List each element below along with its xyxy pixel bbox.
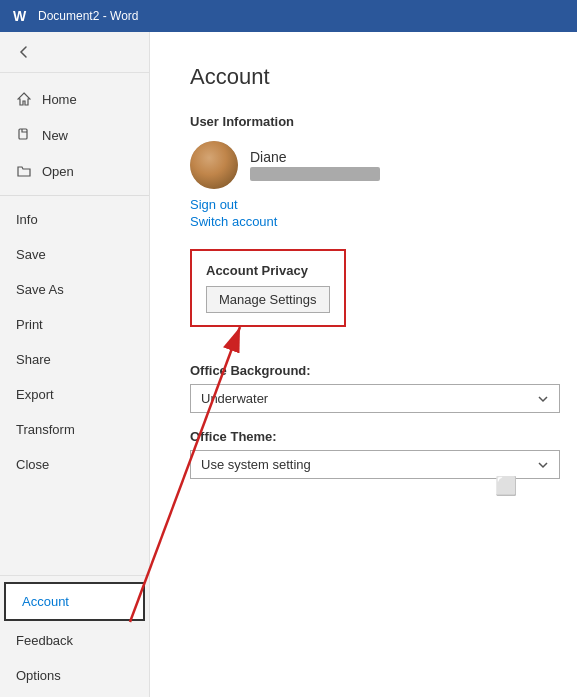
privacy-title: Account Privacy <box>206 263 330 278</box>
titlebar-title: Document2 - Word <box>38 9 138 23</box>
user-email-bar <box>250 167 380 181</box>
back-button[interactable] <box>0 32 149 73</box>
home-icon <box>16 91 32 107</box>
sidebar-item-close[interactable]: Close <box>0 447 149 482</box>
sidebar-item-save-as[interactable]: Save As <box>0 272 149 307</box>
office-theme-label: Office Theme: <box>190 429 537 444</box>
page-title: Account <box>190 64 537 90</box>
open-icon <box>16 163 32 179</box>
sidebar-item-options[interactable]: Options <box>0 658 149 693</box>
sidebar: Home New Open <box>0 32 150 697</box>
avatar-image <box>190 141 238 189</box>
user-row: Diane <box>190 141 537 189</box>
sidebar-item-print[interactable]: Print <box>0 307 149 342</box>
options-label: Options <box>16 668 61 683</box>
account-privacy-box: Account Privacy Manage Settings <box>190 249 346 327</box>
user-name-section: Diane <box>250 149 380 181</box>
user-name: Diane <box>250 149 380 165</box>
office-theme-value: Use system setting <box>201 457 311 472</box>
user-info-section: User Information Diane Sign out Switch a… <box>190 114 537 229</box>
print-label: Print <box>16 317 43 332</box>
office-background-value: Underwater <box>201 391 268 406</box>
share-label: Share <box>16 352 51 367</box>
sidebar-item-info[interactable]: Info <box>0 202 149 237</box>
save-label: Save <box>16 247 46 262</box>
sidebar-item-export[interactable]: Export <box>0 377 149 412</box>
info-label: Info <box>16 212 38 227</box>
dropdown-chevron-2-icon <box>537 459 549 471</box>
sidebar-item-account[interactable]: Account <box>4 582 145 621</box>
sidebar-item-open[interactable]: Open <box>0 153 149 189</box>
word-logo-icon: W <box>10 6 30 26</box>
new-label: New <box>42 128 68 143</box>
sidebar-item-save[interactable]: Save <box>0 237 149 272</box>
manage-settings-button[interactable]: Manage Settings <box>206 286 330 313</box>
sidebar-item-new[interactable]: New <box>0 117 149 153</box>
svg-text:W: W <box>13 8 27 24</box>
new-icon <box>16 127 32 143</box>
dropdown-chevron-icon <box>537 393 549 405</box>
home-label: Home <box>42 92 77 107</box>
sidebar-bottom: Account Feedback Options <box>0 575 149 697</box>
user-info-title: User Information <box>190 114 537 129</box>
sidebar-item-transform[interactable]: Transform <box>0 412 149 447</box>
sidebar-item-feedback[interactable]: Feedback <box>0 623 149 658</box>
back-arrow-icon <box>16 44 32 60</box>
open-label: Open <box>42 164 74 179</box>
sidebar-item-home[interactable]: Home <box>0 81 149 117</box>
sidebar-nav: Home New Open <box>0 73 149 575</box>
feedback-label: Feedback <box>16 633 73 648</box>
content-area: Account User Information Diane Sign out … <box>150 32 577 697</box>
sign-out-link[interactable]: Sign out <box>190 197 537 212</box>
export-label: Export <box>16 387 54 402</box>
account-label: Account <box>22 594 69 609</box>
office-background-dropdown[interactable]: Underwater <box>190 384 560 413</box>
svg-rect-2 <box>19 129 27 139</box>
avatar <box>190 141 238 189</box>
office-background-label: Office Background: <box>190 363 537 378</box>
sidebar-item-share[interactable]: Share <box>0 342 149 377</box>
save-as-label: Save As <box>16 282 64 297</box>
titlebar: W Document2 - Word <box>0 0 577 32</box>
office-theme-dropdown[interactable]: Use system setting <box>190 450 560 479</box>
switch-account-link[interactable]: Switch account <box>190 214 537 229</box>
transform-label: Transform <box>16 422 75 437</box>
close-label: Close <box>16 457 49 472</box>
